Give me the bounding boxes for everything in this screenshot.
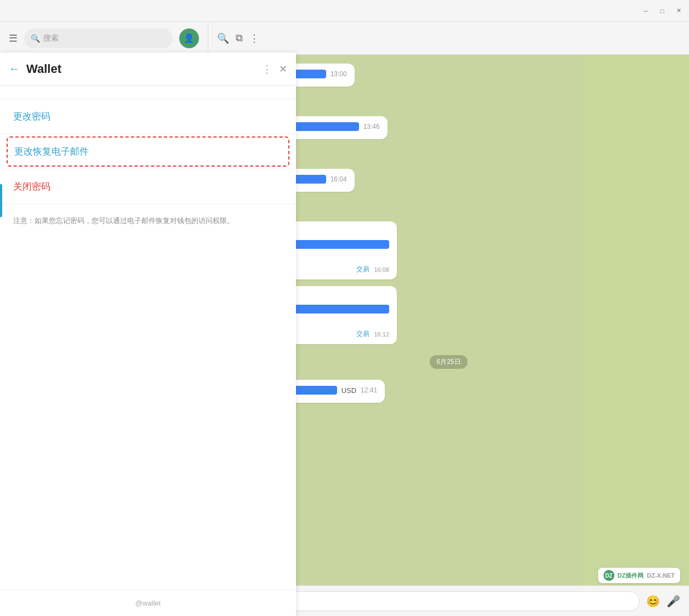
msg4-time: 12:41: [361, 386, 377, 394]
ton-time-1: 16:08: [374, 266, 389, 273]
title-bar: ─ □ ✕: [0, 0, 689, 22]
divider-4: [0, 204, 296, 204]
trade-link-1[interactable]: 交易: [356, 265, 369, 274]
msg4-amount: USD: [341, 386, 356, 395]
divider-2: [0, 134, 296, 134]
search-icon: 🔍: [31, 34, 40, 43]
divider-1: [0, 99, 296, 99]
avatar-icon: 👤: [184, 33, 195, 43]
sidebar-header: ☰ 🔍 搜索 👤: [0, 22, 208, 55]
watermark-url: DZ-X.NET: [647, 572, 675, 579]
sidebar: ☰ 🔍 搜索 👤 Wallet ✔: [0, 22, 208, 616]
content-area: ☰ 🔍 搜索 👤 Wallet ✔: [0, 22, 689, 616]
footer-username: @wallet: [135, 599, 161, 607]
trade-link-2[interactable]: 交易: [356, 329, 369, 339]
chat-header: 🔍 ⧉ ⋮: [208, 22, 689, 55]
wallet-settings-panel: ← Wallet ⋮ ✕ 更改密码 更改恢复电子邮件 关闭密码 注意：如果您忘记…: [0, 53, 296, 616]
divider-3: [0, 169, 296, 169]
search-chat-icon[interactable]: 🔍: [217, 32, 229, 44]
panel-footer: @wallet: [0, 590, 296, 616]
more-options-button[interactable]: ⋮: [261, 62, 272, 76]
maximize-button[interactable]: □: [658, 7, 666, 15]
watermark: DZ DZ插件网 DZ-X.NET: [598, 568, 680, 583]
avatar[interactable]: 👤: [179, 28, 199, 48]
voice-icon[interactable]: 🎤: [667, 595, 680, 608]
hamburger-icon[interactable]: ☰: [9, 32, 18, 44]
close-window-button[interactable]: ✕: [675, 7, 682, 15]
more-chat-icon[interactable]: ⋮: [249, 32, 259, 44]
left-accent-bar: [0, 184, 2, 217]
ton-time-2: 16:12: [374, 331, 389, 338]
search-bar[interactable]: 🔍 搜索: [24, 28, 173, 48]
watermark-text: DZ插件网: [618, 572, 644, 580]
info-text: 注意：如果您忘记密码，您可以通过电子邮件恢复对钱包的访问权限。: [0, 207, 296, 235]
panel-header: ← Wallet ⋮ ✕: [0, 53, 296, 85]
watermark-logo-text: DZ: [605, 573, 612, 579]
msg2-time: 13:46: [363, 123, 380, 130]
panel-content: 更改密码 更改恢复电子邮件 关闭密码 注意：如果您忘记密码，您可以通过电子邮件恢…: [0, 85, 296, 590]
msg3-time: 16:04: [331, 175, 347, 183]
search-placeholder-text: 搜索: [43, 33, 59, 43]
emoji-icon[interactable]: 😊: [646, 595, 660, 608]
msg1-time: 13:00: [331, 70, 347, 78]
app-window: ─ □ ✕ ☰ 🔍 搜索 👤 Wallet ✔: [0, 0, 689, 616]
date-chip: 6月25日: [430, 355, 467, 369]
close-panel-button[interactable]: ✕: [279, 63, 287, 75]
panel-title: Wallet: [26, 62, 255, 76]
watermark-logo: DZ: [603, 570, 614, 581]
disable-password-item[interactable]: 关闭密码: [0, 172, 296, 202]
back-button[interactable]: ←: [9, 62, 20, 75]
minimize-button[interactable]: ─: [642, 7, 650, 15]
change-password-item[interactable]: 更改密码: [0, 101, 296, 132]
split-view-icon[interactable]: ⧉: [236, 32, 243, 44]
change-recovery-email-item[interactable]: 更改恢复电子邮件: [7, 136, 289, 167]
